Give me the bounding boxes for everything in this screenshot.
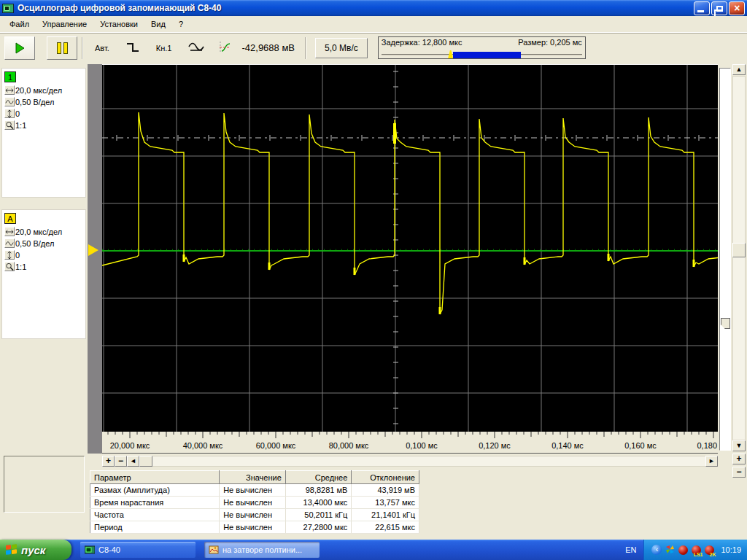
empty-channel-box bbox=[4, 456, 85, 513]
channel-setting-row: 20,0 мкс/дел bbox=[4, 226, 83, 237]
table-cell: Не вычислен bbox=[220, 497, 286, 509]
channel-setting-value: 1:1 bbox=[15, 262, 26, 271]
start-button[interactable]: пуск bbox=[0, 540, 71, 560]
zoom-ratio-icon[interactable] bbox=[4, 262, 15, 271]
zoom-ratio-icon[interactable] bbox=[4, 120, 15, 130]
taskbar-task-1[interactable]: на затворе полтини... bbox=[204, 542, 320, 558]
wave-scale-icon[interactable] bbox=[4, 238, 15, 248]
run-button[interactable] bbox=[4, 36, 35, 60]
trigger-mode-label[interactable]: Авт. bbox=[95, 44, 109, 52]
minimize-button[interactable] bbox=[694, 1, 710, 15]
channel-panel-A: A20,0 мкс/дел0,50 В/дел01:1 bbox=[1, 209, 86, 339]
scroll-down-button[interactable]: ▼ bbox=[732, 440, 746, 451]
windows-logo-icon bbox=[6, 544, 18, 556]
channel-badge-A[interactable]: A bbox=[4, 213, 16, 224]
oscilloscope-icon bbox=[85, 545, 95, 554]
trigger-level-line[interactable] bbox=[102, 135, 718, 141]
channel-setting-value: 1:1 bbox=[15, 121, 26, 130]
channel-setting-row: 0,50 В/дел bbox=[4, 238, 83, 249]
v-zoom-out-button[interactable]: − bbox=[732, 467, 746, 478]
pinwheel-icon[interactable] bbox=[665, 545, 675, 556]
h-range-icon[interactable] bbox=[4, 85, 15, 95]
delay-panel: Задержка: 12,800 мкс Размер: 0,205 мс bbox=[378, 36, 586, 59]
table-cell: 50,2011 кГц bbox=[285, 509, 352, 521]
v-scroll-track[interactable] bbox=[732, 76, 746, 440]
table-header-2[interactable]: Среднее bbox=[285, 471, 352, 484]
v-offset-icon[interactable] bbox=[4, 250, 15, 260]
toolbar-separator bbox=[305, 37, 306, 59]
red-ball-icon[interactable]: LS1 bbox=[692, 545, 701, 555]
channel-setting-row: 1:1 bbox=[4, 261, 83, 272]
taskbar-task-0[interactable]: С8-40 bbox=[80, 542, 196, 558]
language-indicator[interactable]: EN bbox=[618, 545, 643, 554]
zoom-out-button[interactable]: − bbox=[115, 456, 127, 467]
table-row: ЧастотаНе вычислен50,2011 кГц21,1401 кГц bbox=[90, 509, 419, 521]
table-cell: 98,8281 мВ bbox=[285, 484, 352, 497]
menu-item-0[interactable]: Файл bbox=[3, 18, 36, 31]
table-header-3[interactable]: Отклонение bbox=[352, 471, 419, 484]
table-cell: Не вычислен bbox=[220, 509, 286, 521]
table-cell: Частота bbox=[90, 509, 220, 521]
table-row: ПериодНе вычислен27,2800 мкс22,615 мкс bbox=[90, 521, 419, 534]
v-offset-icon[interactable] bbox=[4, 109, 15, 118]
ac-coupling-icon[interactable] bbox=[187, 42, 205, 55]
h-scroll-thumb[interactable] bbox=[139, 456, 152, 467]
measurements-table: ПараметрЗначениеСреднееОтклонение Размах… bbox=[90, 470, 419, 534]
falling-edge-icon[interactable] bbox=[125, 42, 140, 55]
h-range-icon[interactable] bbox=[4, 227, 15, 236]
ground-marker-arrow-icon[interactable] bbox=[88, 244, 98, 256]
scroll-left-button[interactable]: ◄ bbox=[127, 456, 139, 467]
channel-panel-1: 120,0 мкс/дел0,50 В/дел01:1 bbox=[1, 68, 86, 198]
collapse-chevron-icon[interactable]: ‹ bbox=[651, 545, 662, 555]
start-label: пуск bbox=[21, 544, 45, 556]
menu-item-3[interactable]: Вид bbox=[144, 18, 172, 31]
table-cell: Не вычислен bbox=[220, 484, 286, 497]
menu-item-1[interactable]: Управление bbox=[36, 18, 93, 31]
wave-scale-icon[interactable] bbox=[4, 97, 15, 106]
close-button[interactable]: × bbox=[729, 1, 745, 15]
pause-button[interactable] bbox=[47, 36, 77, 60]
restore-button[interactable] bbox=[711, 1, 727, 15]
level-slider-handle[interactable] bbox=[721, 318, 730, 329]
table-cell: Время нарастания bbox=[90, 497, 220, 509]
menu-bar: ФайлУправлениеУстановкиВид? bbox=[0, 16, 747, 33]
h-scroll-track[interactable] bbox=[152, 456, 705, 467]
axis-label: 0,180 bbox=[697, 441, 717, 450]
channel-setting-value: 0,50 В/дел bbox=[15, 98, 54, 106]
channel-badge-1[interactable]: 1 bbox=[4, 71, 16, 82]
table-cell: 22,615 мкс bbox=[352, 521, 419, 534]
channel-setting-value: 20,0 мкс/дел bbox=[15, 228, 62, 236]
table-cell: Период bbox=[90, 521, 220, 534]
trigger-level-icon[interactable] bbox=[218, 41, 231, 55]
minimize-icon bbox=[697, 10, 704, 12]
scroll-right-button[interactable]: ► bbox=[705, 456, 718, 467]
delay-window-bar[interactable] bbox=[453, 52, 521, 58]
oscilloscope-display[interactable] bbox=[102, 64, 718, 432]
red-ball-icon[interactable] bbox=[678, 545, 688, 555]
client-area: 120,0 мкс/дел0,50 В/дел01:1 A20,0 мкс/де… bbox=[0, 62, 747, 540]
menu-item-4[interactable]: ? bbox=[172, 18, 190, 31]
channel-setting-value: 0 bbox=[15, 109, 20, 118]
table-header-1[interactable]: Значение bbox=[220, 471, 286, 484]
zoom-in-button[interactable]: + bbox=[102, 456, 115, 467]
vertical-scroll-column: ▲ ▼ + − bbox=[732, 64, 746, 480]
taskbar: пуск С8-40на затворе полтини... EN ‹ LS1… bbox=[0, 540, 747, 560]
channel-setting-value: 0 bbox=[15, 251, 20, 260]
scroll-up-button[interactable]: ▲ bbox=[732, 64, 746, 75]
window-title: Осциллограф цифровой запоминающий С8-40 bbox=[18, 3, 221, 13]
table-row: Размах (Амплитуда)Не вычислен98,8281 мВ4… bbox=[90, 484, 419, 497]
channel-setting-value: 20,0 мкс/дел bbox=[15, 86, 62, 95]
table-header-0[interactable]: Параметр bbox=[90, 471, 220, 484]
v-zoom-in-button[interactable]: + bbox=[732, 454, 746, 464]
ground-level-line[interactable] bbox=[102, 249, 718, 251]
level-slider-track[interactable] bbox=[719, 68, 731, 451]
menu-item-2[interactable]: Установки bbox=[93, 18, 144, 31]
time-axis: 20,000 мкс40,000 мкс60,000 мкс80,000 мкс… bbox=[102, 432, 718, 454]
v-scroll-thumb[interactable] bbox=[732, 243, 746, 257]
trigger-source-label[interactable]: Кн.1 bbox=[156, 44, 172, 52]
channel-setting-row: 0 bbox=[4, 249, 83, 260]
red-ball-icon[interactable]: 2K bbox=[705, 545, 714, 555]
sample-rate-button[interactable]: 5,0 Мв/с bbox=[315, 38, 368, 58]
axis-label: 0,120 мс bbox=[479, 441, 511, 450]
axis-label: 0,140 мс bbox=[551, 441, 584, 450]
